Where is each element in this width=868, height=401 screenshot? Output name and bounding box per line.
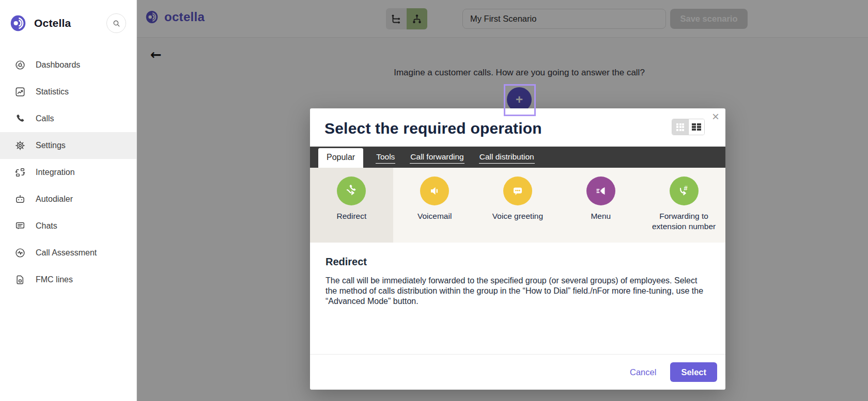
sidebar-item-integration[interactable]: Integration: [0, 159, 136, 186]
sidebar-item-autodialer[interactable]: Autodialer: [0, 186, 136, 213]
sim-card-icon: [14, 274, 26, 285]
sidebar-item-label: Statistics: [36, 87, 69, 97]
sidebar-item-label: Calls: [36, 114, 54, 123]
detail-heading: Redirect: [326, 256, 710, 268]
modal-view-toggle: [672, 119, 705, 135]
sidebar-item-dashboards[interactable]: Dashboards: [0, 52, 136, 78]
sidebar-item-label: Call Assessment: [36, 248, 97, 258]
sidebar-item-label: Dashboards: [36, 60, 80, 70]
operation-voicemail[interactable]: Voicemail: [393, 168, 476, 243]
tab-popular[interactable]: Popular: [318, 148, 363, 168]
select-operation-modal: Select the required operation × Popular …: [310, 108, 725, 390]
sidebar-item-call-assessment[interactable]: Call Assessment: [0, 239, 136, 266]
sidebar-item-label: Integration: [36, 168, 75, 177]
operation-label: Forwarding to extension number: [642, 211, 725, 232]
gear-icon: [14, 140, 26, 151]
list-view-button[interactable]: [688, 119, 704, 135]
dashboard-icon: [14, 59, 26, 71]
sidebar-item-fmc-lines[interactable]: FMC lines: [0, 266, 136, 293]
operation-detail: Redirect The call will be immediately fo…: [310, 243, 725, 354]
operation-redirect[interactable]: Redirect: [310, 168, 393, 243]
close-icon[interactable]: ×: [712, 110, 719, 123]
modal-tab-bar: Popular Tools Call forwarding Call distr…: [310, 147, 725, 168]
tab-call-distribution[interactable]: Call distribution: [479, 152, 535, 164]
sidebar-item-label: Autodialer: [36, 195, 73, 204]
robot-icon: [14, 194, 26, 205]
sidebar-item-chats[interactable]: Chats: [0, 213, 136, 239]
operation-label: Redirect: [337, 211, 367, 221]
menu-icon: [586, 177, 615, 205]
sidebar: Octella Dashboards Statistics: [0, 0, 137, 401]
redirect-icon: [337, 177, 366, 205]
modal-header: Select the required operation ×: [310, 108, 725, 147]
sidebar-item-label: FMC lines: [36, 275, 73, 284]
sidebar-item-settings[interactable]: Settings: [0, 132, 136, 159]
voicemail-icon: [420, 177, 449, 205]
voice-greeting-icon: [503, 177, 532, 205]
operation-list: Redirect Voicemail Voice: [310, 168, 725, 243]
search-button[interactable]: [106, 13, 126, 33]
operation-menu[interactable]: Menu: [559, 168, 642, 243]
grid-view-icon: [676, 123, 684, 131]
forwarding-extension-icon: #: [670, 177, 699, 205]
operation-label: Voice greeting: [492, 211, 543, 221]
tab-call-forwarding[interactable]: Call forwarding: [410, 152, 464, 164]
chat-icon: [14, 220, 26, 232]
waveform-icon: [14, 247, 26, 259]
search-icon: [112, 19, 121, 28]
modal-title: Select the required operation: [324, 120, 711, 137]
brand-title: Octella: [34, 17, 71, 29]
integration-icon: [14, 167, 26, 178]
select-button[interactable]: Select: [670, 362, 717, 382]
list-view-icon: [692, 123, 701, 131]
modal-footer: Cancel Select: [310, 354, 725, 390]
cancel-button[interactable]: Cancel: [630, 367, 656, 377]
phone-icon: [14, 113, 26, 124]
svg-text:#: #: [684, 184, 687, 192]
grid-view-button[interactable]: [672, 119, 688, 135]
operation-voice-greeting[interactable]: Voice greeting: [476, 168, 560, 243]
sidebar-item-label: Settings: [36, 141, 66, 150]
statistics-icon: [14, 86, 26, 98]
operation-label: Menu: [591, 211, 611, 221]
sidebar-header: Octella: [0, 0, 136, 44]
tab-tools[interactable]: Tools: [376, 152, 395, 164]
sidebar-item-statistics[interactable]: Statistics: [0, 78, 136, 105]
detail-description: The call will be immediately forwarded t…: [326, 276, 704, 306]
sidebar-item-calls[interactable]: Calls: [0, 105, 136, 132]
sidebar-item-label: Chats: [36, 221, 57, 231]
operation-forwarding-extension[interactable]: # Forwarding to extension number: [642, 168, 725, 243]
octella-logo-icon: [8, 13, 28, 33]
sidebar-menu: Dashboards Statistics Calls Settings: [0, 52, 136, 293]
operation-label: Voicemail: [417, 211, 452, 221]
